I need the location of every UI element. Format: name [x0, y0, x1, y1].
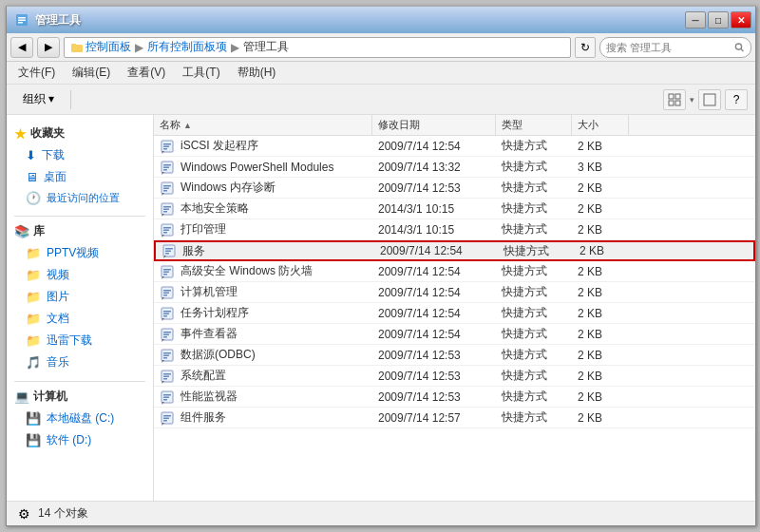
svg-rect-75 [163, 396, 169, 398]
svg-rect-34 [163, 227, 171, 229]
breadcrumb-control-panel[interactable]: 控制面板 [86, 39, 131, 55]
file-row[interactable]: 性能监视器 2009/7/14 12:53 快捷方式 2 KB [154, 387, 755, 408]
sidebar-item-ddrive-label: 软件 (D:) [47, 432, 91, 448]
col-header-name[interactable]: 名称 ▲ [154, 115, 372, 135]
file-row[interactable]: 事件查看器 2009/7/14 12:54 快捷方式 2 KB [154, 324, 755, 345]
forward-button[interactable]: ▶ [37, 37, 60, 58]
refresh-button[interactable]: ↻ [575, 37, 596, 58]
sidebar: ★ 收藏夹 ⬇ 下载 🖥 桌面 🕐 最近访问的位置 [7, 115, 154, 501]
shortcut-icon [160, 160, 175, 175]
view-dropdown-arrow[interactable]: ▾ [690, 95, 694, 104]
menu-view[interactable]: 查看(V) [120, 63, 173, 83]
svg-rect-1 [18, 17, 26, 19]
file-row[interactable]: 打印管理 2014/3/1 10:15 快捷方式 2 KB [154, 219, 755, 240]
file-cell-date: 2009/7/14 12:54 [372, 324, 496, 344]
sidebar-library-header[interactable]: 📚 库 [7, 220, 153, 242]
svg-rect-31 [163, 211, 167, 213]
svg-rect-19 [163, 164, 171, 166]
sidebar-item-pptv[interactable]: 📁 PPTV视频 [7, 242, 153, 264]
file-row[interactable]: 高级安全 Windows 防火墙 2009/7/14 12:54 快捷方式 2 … [154, 261, 755, 282]
svg-point-6 [736, 43, 742, 48]
view-button[interactable] [663, 89, 686, 110]
svg-rect-55 [163, 313, 169, 314]
file-row[interactable]: Windows PowerShell Modules 2009/7/14 13:… [154, 157, 755, 178]
col-header-size[interactable]: 大小 [572, 115, 629, 135]
file-row[interactable]: 任务计划程序 2009/7/14 12:54 快捷方式 2 KB [154, 303, 755, 324]
close-button[interactable]: ✕ [731, 11, 751, 28]
file-name: Windows PowerShell Modules [180, 161, 333, 174]
sidebar-item-ddrive[interactable]: 💾 软件 (D:) [7, 429, 153, 451]
file-cell-size: 2 KB [572, 199, 629, 218]
maximize-button[interactable]: □ [708, 11, 729, 28]
file-name: Windows 内存诊断 [180, 180, 276, 196]
sidebar-item-xunlei[interactable]: 📁 迅雷下载 [7, 330, 153, 352]
documents-icon: 📁 [26, 312, 41, 326]
shortcut-icon [160, 285, 175, 300]
file-cell-size: 2 KB [572, 219, 629, 239]
help-button[interactable]: ? [725, 89, 748, 110]
sidebar-item-music[interactable]: 🎵 音乐 [7, 352, 153, 373]
file-row[interactable]: 组件服务 2009/7/14 12:57 快捷方式 2 KB [154, 408, 755, 428]
toolbar-right: ▾ ? [663, 89, 748, 110]
file-row[interactable]: 服务 2009/7/14 12:54 快捷方式 2 KB [154, 240, 755, 261]
back-button[interactable]: ◀ [10, 37, 33, 58]
svg-rect-12 [704, 94, 715, 105]
sidebar-computer-header[interactable]: 💻 计算机 [7, 386, 153, 408]
layout-button[interactable] [698, 89, 721, 110]
file-cell-date: 2014/3/1 10:15 [372, 219, 496, 239]
window-icon [14, 12, 29, 28]
breadcrumb: 控制面板 ▶ 所有控制面板项 ▶ 管理工具 [70, 39, 289, 55]
search-input[interactable] [606, 42, 731, 53]
file-cell-name: 任务计划程序 [154, 303, 372, 323]
file-cell-type: 快捷方式 [496, 178, 572, 198]
file-cell-type: 快捷方式 [496, 136, 572, 156]
computer-icon: 💻 [14, 390, 29, 404]
svg-rect-24 [163, 185, 171, 187]
file-cell-name: 性能监视器 [154, 387, 372, 407]
svg-rect-81 [163, 420, 167, 422]
sidebar-item-desktop[interactable]: 🖥 桌面 [7, 166, 153, 188]
music-icon: 🎵 [26, 355, 41, 370]
svg-rect-9 [675, 94, 680, 99]
sidebar-favorites-header[interactable]: ★ 收藏夹 [7, 123, 153, 144]
organize-button[interactable]: 组织 ▾ [14, 86, 63, 112]
file-row[interactable]: 系统配置 2009/7/14 12:53 快捷方式 2 KB [154, 366, 755, 387]
sidebar-item-download[interactable]: ⬇ 下载 [7, 144, 153, 166]
search-box[interactable] [599, 37, 751, 58]
menu-help[interactable]: 帮助(H) [230, 63, 284, 83]
recent-icon: 🕐 [26, 191, 41, 205]
file-row[interactable]: 数据源(ODBC) 2009/7/14 12:53 快捷方式 2 KB [154, 345, 755, 366]
sidebar-item-pictures[interactable]: 📁 图片 [7, 286, 153, 308]
col-header-type[interactable]: 类型 [496, 115, 572, 135]
shortcut-icon [160, 180, 175, 196]
svg-rect-66 [163, 357, 167, 359]
file-list: 名称 ▲ 修改日期 类型 大小 [154, 115, 755, 501]
file-cell-date: 2014/3/1 10:15 [372, 199, 496, 218]
file-cell-name: 数据源(ODBC) [154, 345, 372, 365]
file-cell-type: 快捷方式 [496, 387, 572, 407]
menu-edit[interactable]: 编辑(E) [65, 63, 118, 83]
svg-rect-46 [163, 274, 167, 276]
file-row[interactable]: iSCSI 发起程序 2009/7/14 12:54 快捷方式 2 KB [154, 136, 755, 157]
sidebar-item-cdrive[interactable]: 💾 本地磁盘 (C:) [7, 408, 153, 429]
address-box[interactable]: 控制面板 ▶ 所有控制面板项 ▶ 管理工具 [64, 37, 571, 58]
menu-tools[interactable]: 工具(T) [175, 63, 227, 83]
file-row[interactable]: 本地安全策略 2014/3/1 10:15 快捷方式 2 KB [154, 199, 755, 219]
file-cell-date: 2009/7/14 12:57 [372, 408, 496, 428]
organize-label: 组织 ▾ [23, 91, 54, 107]
file-row[interactable]: Windows 内存诊断 2009/7/14 12:53 快捷方式 2 KB [154, 178, 755, 199]
sidebar-item-documents[interactable]: 📁 文档 [7, 308, 153, 330]
status-count: 14 个对象 [38, 505, 88, 522]
svg-rect-26 [163, 190, 167, 192]
breadcrumb-all-items[interactable]: 所有控制面板项 [147, 39, 227, 55]
file-cell-size: 2 KB [572, 345, 629, 365]
menu-file[interactable]: 文件(F) [10, 63, 63, 83]
file-row[interactable]: 计算机管理 2009/7/14 12:54 快捷方式 2 KB [154, 282, 755, 303]
minimize-button[interactable]: ─ [685, 11, 706, 28]
file-cell-type: 快捷方式 [496, 261, 572, 281]
sidebar-item-video[interactable]: 📁 视频 [7, 264, 153, 286]
shortcut-icon [162, 243, 177, 258]
col-header-date[interactable]: 修改日期 [372, 115, 496, 135]
svg-rect-60 [163, 333, 169, 335]
sidebar-item-recent[interactable]: 🕐 最近访问的位置 [7, 188, 153, 208]
